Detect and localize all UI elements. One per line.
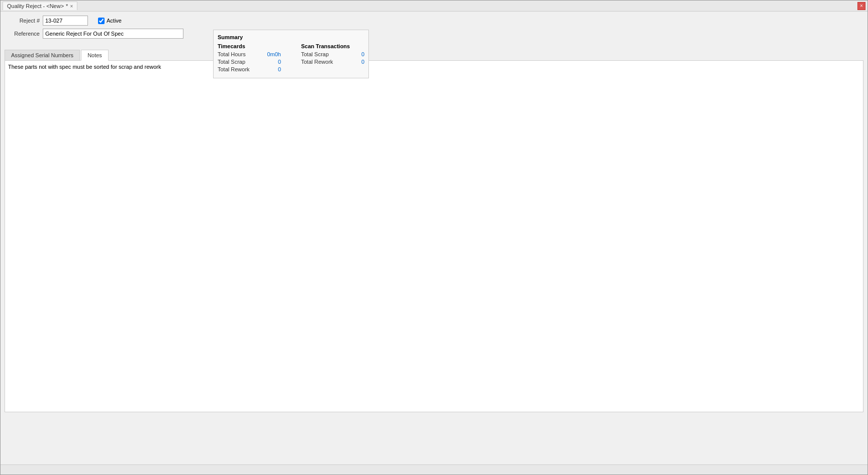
scan-total-rework-value: 0 (361, 59, 364, 65)
tab-assigned-serial-numbers-label: Assigned Serial Numbers (11, 52, 73, 58)
scan-transactions-col: Scan Transactions Total Scrap 0 Total Re… (301, 43, 364, 74)
summary-title: Summary (218, 34, 364, 40)
window-tab[interactable]: Quality Reject - <New> * × (3, 2, 77, 10)
active-label: Active (107, 18, 122, 24)
summary-columns: Timecards Total Hours 0m0h Total Scrap 0… (218, 43, 364, 74)
timecards-col: Timecards Total Hours 0m0h Total Scrap 0… (218, 43, 281, 74)
timecards-label: Timecards (218, 43, 281, 49)
tabs-container: Assigned Serial Numbers Notes (5, 50, 863, 412)
reject-num-label: Reject # (5, 18, 40, 24)
main-window: Quality Reject - <New> * × × Reject # Ac… (0, 0, 868, 475)
window-close-button[interactable]: × (857, 2, 865, 10)
tab-content-notes (5, 61, 863, 412)
scan-transactions-label: Scan Transactions (301, 43, 364, 49)
notes-textarea[interactable] (7, 63, 861, 404)
status-bar (1, 464, 867, 474)
reference-input[interactable] (43, 29, 183, 39)
reject-num-input[interactable] (43, 16, 88, 26)
total-hours-label: Total Hours (218, 51, 246, 57)
tab-assigned-serial-numbers[interactable]: Assigned Serial Numbers (5, 50, 80, 60)
reference-row: Reference (5, 29, 183, 39)
summary-box: Summary Timecards Total Hours 0m0h Total… (213, 30, 369, 78)
scan-total-scrap-label: Total Scrap (301, 51, 329, 57)
total-hours-value: 0m0h (267, 51, 281, 57)
window-tab-label: Quality Reject - <New> (7, 3, 64, 9)
tab-close-icon[interactable]: × (70, 4, 73, 9)
modified-indicator: * (66, 3, 68, 9)
total-scrap-label: Total Scrap (218, 59, 245, 65)
form-section: Reject # Active Reference (5, 16, 183, 42)
tab-bar: Assigned Serial Numbers Notes (5, 50, 863, 61)
title-bar: Quality Reject - <New> * × × (1, 1, 867, 12)
upper-section: Reject # Active Reference Summary (5, 16, 863, 46)
total-rework-row: Total Rework 0 (218, 66, 281, 72)
scan-total-scrap-value: 0 (361, 51, 364, 57)
active-checkbox[interactable] (98, 18, 105, 24)
tab-notes-label: Notes (87, 52, 102, 58)
total-hours-row: Total Hours 0m0h (218, 51, 281, 57)
scan-total-scrap-row: Total Scrap 0 (301, 51, 364, 57)
reference-label: Reference (5, 31, 40, 37)
scan-total-rework-label: Total Rework (301, 59, 333, 65)
title-bar-left: Quality Reject - <New> * × (3, 2, 77, 10)
tab-notes[interactable]: Notes (81, 50, 109, 61)
active-group: Active (98, 18, 122, 24)
total-scrap-row: Total Scrap 0 (218, 59, 281, 65)
content-area: Reject # Active Reference Summary (1, 12, 867, 464)
total-rework-label: Total Rework (218, 66, 250, 72)
reject-num-row: Reject # Active (5, 16, 183, 26)
total-rework-value: 0 (278, 66, 281, 72)
scan-total-rework-row: Total Rework 0 (301, 59, 364, 65)
total-scrap-value: 0 (278, 59, 281, 65)
